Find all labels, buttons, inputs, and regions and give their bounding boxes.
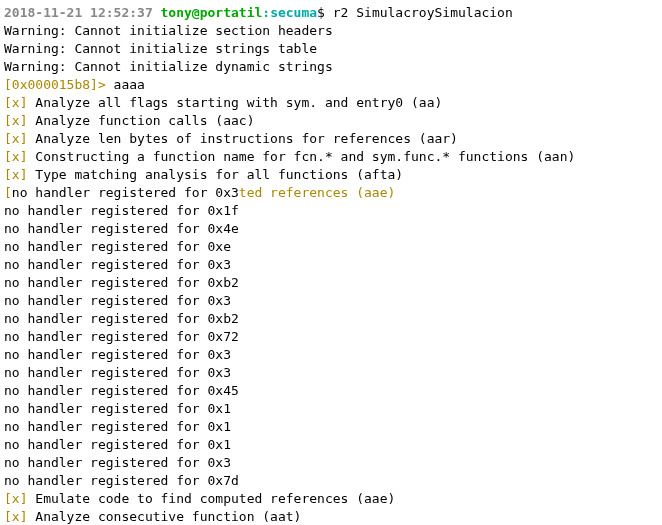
r2-prompt: [0x000015b8]> — [4, 77, 114, 92]
handler-line: no handler registered for 0x1 — [4, 401, 231, 416]
analysis-text: Analyze len bytes of instructions for re… — [27, 131, 457, 146]
marker: [x] — [4, 149, 27, 164]
handler-line: no handler registered for 0x1f — [4, 203, 239, 218]
handler-line: no handler registered for 0x3 — [4, 365, 231, 380]
marker: [x] — [4, 509, 27, 524]
directory: secuma — [270, 5, 317, 20]
r2-command: aaaa — [114, 77, 145, 92]
marker: [ — [4, 185, 12, 200]
analysis-text: Analyze consecutive function (aat) — [27, 509, 301, 524]
marker: [x] — [4, 95, 27, 110]
handler-line: no handler registered for 0xb2 — [4, 275, 239, 290]
marker: [x] — [4, 131, 27, 146]
handler-line: no handler registered for 0x72 — [4, 329, 239, 344]
analysis-text: Emulate code to find computed references… — [27, 491, 395, 506]
command: r2 SimulacroySimulacion — [333, 5, 513, 20]
marker: [x] — [4, 113, 27, 128]
analysis-text: Type matching analysis for all functions… — [27, 167, 403, 182]
mixed-text: ted references (aae) — [239, 185, 396, 200]
handler-line: no handler registered for 0x7d — [4, 473, 239, 488]
marker: [x] — [4, 491, 27, 506]
handler-line: no handler registered for 0x3 — [4, 293, 231, 308]
timestamp: 2018-11-21 12:52:37 — [4, 5, 153, 20]
handler-line: no handler registered for 0x1 — [4, 437, 231, 452]
analysis-text: Analyze function calls (aac) — [27, 113, 254, 128]
terminal-output: 2018-11-21 12:52:37 tony@portatil:secuma… — [4, 4, 658, 525]
handler-line: no handler registered for 0x4e — [4, 221, 239, 236]
mixed-text: no handler registered for 0x3 — [12, 185, 239, 200]
user-host: tony@portatil — [161, 5, 263, 20]
warning-line: Warning: Cannot initialize dynamic strin… — [4, 59, 333, 74]
handler-line: no handler registered for 0xb2 — [4, 311, 239, 326]
marker: [x] — [4, 167, 27, 182]
warning-line: Warning: Cannot initialize section heade… — [4, 23, 333, 38]
host-sep: : — [262, 5, 270, 20]
handler-line: no handler registered for 0x1 — [4, 419, 231, 434]
analysis-text: Analyze all flags starting with sym. and… — [27, 95, 442, 110]
warning-line: Warning: Cannot initialize strings table — [4, 41, 317, 56]
analysis-text: Constructing a function name for fcn.* a… — [27, 149, 575, 164]
handler-line: no handler registered for 0x3 — [4, 347, 231, 362]
prompt-symbol: $ — [317, 5, 333, 20]
handler-line: no handler registered for 0xe — [4, 239, 231, 254]
handler-line: no handler registered for 0x45 — [4, 383, 239, 398]
handler-line: no handler registered for 0x3 — [4, 455, 231, 470]
handler-line: no handler registered for 0x3 — [4, 257, 231, 272]
